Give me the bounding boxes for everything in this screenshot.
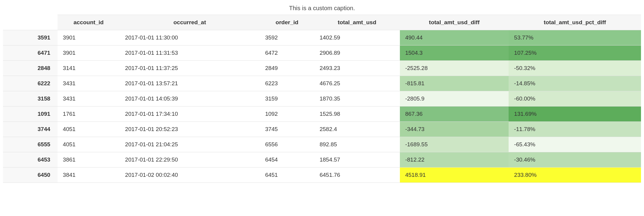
cell-occurred-at: 2017-01-01 13:57:21 (120, 76, 260, 91)
cell-occurred-at: 2017-01-02 00:02:40 (120, 168, 260, 183)
cell-occurred-at: 2017-01-01 22:29:50 (120, 152, 260, 168)
row-index: 6450 (3, 168, 58, 183)
cell-total-amt-usd: 6451.76 (314, 168, 400, 183)
cell-account-id: 3841 (58, 168, 120, 183)
table-row: 359139012017-01-01 11:30:0035921402.5949… (3, 30, 641, 45)
cell-diff: 867.36 (400, 107, 509, 122)
table-row: 655540512017-01-01 21:04:256556892.85-16… (3, 137, 641, 152)
cell-total-amt-usd: 4676.25 (314, 76, 400, 91)
cell-account-id: 3901 (58, 45, 120, 61)
cell-account-id: 4051 (58, 122, 120, 137)
cell-total-amt-usd: 2906.89 (314, 45, 400, 61)
table-caption: This is a custom caption. (3, 3, 641, 15)
cell-order-id: 3592 (260, 30, 314, 45)
table-row: 645338612017-01-01 22:29:5064541854.57-8… (3, 152, 641, 168)
cell-pct-diff: -65.43% (509, 137, 641, 152)
cell-diff: -2525.28 (400, 61, 509, 76)
cell-occurred-at: 2017-01-01 14:05:39 (120, 91, 260, 107)
header-row: account_id occurred_at order_id total_am… (3, 15, 641, 30)
row-index: 6453 (3, 152, 58, 168)
cell-order-id: 3159 (260, 91, 314, 107)
cell-order-id: 6451 (260, 168, 314, 183)
header-total-amt-usd-pct-diff: total_amt_usd_pct_diff (509, 15, 641, 30)
cell-pct-diff: 107.25% (509, 45, 641, 61)
cell-total-amt-usd: 2493.23 (314, 61, 400, 76)
header-total-amt-usd-diff: total_amt_usd_diff (400, 15, 509, 30)
table-row: 284831412017-01-01 11:37:2528492493.23-2… (3, 61, 641, 76)
cell-account-id: 1761 (58, 107, 120, 122)
cell-order-id: 1092 (260, 107, 314, 122)
cell-pct-diff: -11.78% (509, 122, 641, 137)
cell-diff: 490.44 (400, 30, 509, 45)
cell-diff: -2805.9 (400, 91, 509, 107)
header-total-amt-usd: total_amt_usd (314, 15, 400, 30)
cell-total-amt-usd: 1870.35 (314, 91, 400, 107)
cell-order-id: 6223 (260, 76, 314, 91)
cell-account-id: 3901 (58, 30, 120, 45)
cell-pct-diff: 53.77% (509, 30, 641, 45)
cell-pct-diff: -60.00% (509, 91, 641, 107)
row-index: 3158 (3, 91, 58, 107)
cell-occurred-at: 2017-01-01 17:34:10 (120, 107, 260, 122)
data-table: account_id occurred_at order_id total_am… (3, 15, 641, 183)
cell-order-id: 3745 (260, 122, 314, 137)
cell-diff: -815.81 (400, 76, 509, 91)
cell-occurred-at: 2017-01-01 11:30:00 (120, 30, 260, 45)
row-index: 6471 (3, 45, 58, 61)
table-row: 622234312017-01-01 13:57:2162234676.25-8… (3, 76, 641, 91)
cell-total-amt-usd: 1402.59 (314, 30, 400, 45)
header-index (3, 15, 58, 30)
table-row: 109117612017-01-01 17:34:1010921525.9886… (3, 107, 641, 122)
table-row: 645038412017-01-02 00:02:4064516451.7645… (3, 168, 641, 183)
cell-pct-diff: -14.85% (509, 76, 641, 91)
header-order-id: order_id (260, 15, 314, 30)
cell-diff: 4518.91 (400, 168, 509, 183)
row-index: 2848 (3, 61, 58, 76)
cell-diff: -344.73 (400, 122, 509, 137)
cell-diff: -812.22 (400, 152, 509, 168)
cell-order-id: 6454 (260, 152, 314, 168)
cell-occurred-at: 2017-01-01 21:04:25 (120, 137, 260, 152)
cell-occurred-at: 2017-01-01 20:52:23 (120, 122, 260, 137)
cell-account-id: 3861 (58, 152, 120, 168)
cell-occurred-at: 2017-01-01 11:31:53 (120, 45, 260, 61)
cell-total-amt-usd: 1854.57 (314, 152, 400, 168)
cell-pct-diff: 131.69% (509, 107, 641, 122)
row-index: 3744 (3, 122, 58, 137)
cell-account-id: 3431 (58, 91, 120, 107)
cell-pct-diff: -50.32% (509, 61, 641, 76)
cell-diff: -1689.55 (400, 137, 509, 152)
table-row: 647139012017-01-01 11:31:5364722906.8915… (3, 45, 641, 61)
row-index: 3591 (3, 30, 58, 45)
cell-occurred-at: 2017-01-01 11:37:25 (120, 61, 260, 76)
cell-account-id: 3141 (58, 61, 120, 76)
header-account-id: account_id (58, 15, 120, 30)
cell-total-amt-usd: 1525.98 (314, 107, 400, 122)
header-occurred-at: occurred_at (120, 15, 260, 30)
row-index: 6555 (3, 137, 58, 152)
cell-pct-diff: 233.80% (509, 168, 641, 183)
cell-order-id: 6472 (260, 45, 314, 61)
cell-account-id: 3431 (58, 76, 120, 91)
cell-pct-diff: -30.46% (509, 152, 641, 168)
row-index: 1091 (3, 107, 58, 122)
cell-total-amt-usd: 2582.4 (314, 122, 400, 137)
table-row: 374440512017-01-01 20:52:2337452582.4-34… (3, 122, 641, 137)
cell-account-id: 4051 (58, 137, 120, 152)
table-row: 315834312017-01-01 14:05:3931591870.35-2… (3, 91, 641, 107)
cell-diff: 1504.3 (400, 45, 509, 61)
row-index: 6222 (3, 76, 58, 91)
cell-total-amt-usd: 892.85 (314, 137, 400, 152)
cell-order-id: 2849 (260, 61, 314, 76)
cell-order-id: 6556 (260, 137, 314, 152)
